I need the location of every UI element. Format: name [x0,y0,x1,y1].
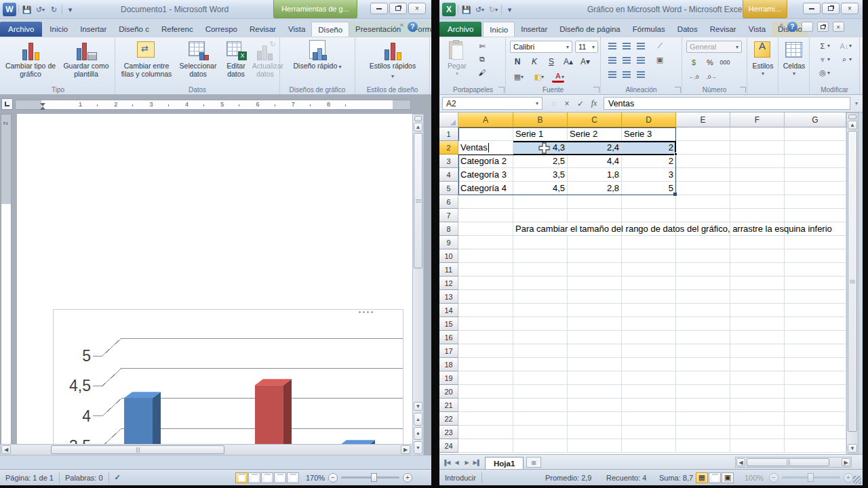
cell-F22[interactable] [730,412,785,426]
cell-G5[interactable] [785,182,846,195]
normal-view-icon[interactable]: ▦ [696,472,708,483]
workbook-minimize-icon[interactable] [802,22,813,32]
cell-A21[interactable] [458,399,513,412]
cell-C11[interactable] [568,263,622,277]
cell-B19[interactable] [513,371,568,385]
cell-A22[interactable] [458,412,513,426]
excel-vertical-scrollbar[interactable]: ▲ ▼ [846,113,859,454]
dialog-launcher-icon[interactable] [593,87,599,93]
cell-E14[interactable] [676,304,730,317]
cell-C9[interactable] [568,236,622,249]
cell-D19[interactable] [622,371,676,385]
v-scroll-thumb[interactable] [848,131,857,432]
cell-B4[interactable]: 3,5 [513,168,568,182]
cell-E12[interactable] [676,277,730,290]
hanging-indent-marker[interactable] [40,106,45,110]
tab-inicio[interactable]: Inicio [483,22,515,37]
cell-E9[interactable] [676,236,730,249]
cell-G21[interactable] [785,399,846,412]
help-icon[interactable]: ? [787,22,797,32]
cell-C2[interactable]: 2,4 [568,141,622,155]
cell-C3[interactable]: 4,4 [568,155,622,168]
decrease-indent-icon[interactable] [606,68,618,80]
previous-page-icon[interactable]: ▲ [414,413,422,426]
cell-G10[interactable] [785,249,846,263]
cell-F2[interactable] [730,141,785,155]
cell-G14[interactable] [785,304,846,317]
sheet-tab-hoja1[interactable]: Hoja1 [485,457,524,470]
restore-button[interactable] [822,3,840,14]
cell-A2[interactable]: Ventas [458,141,513,155]
cell-E24[interactable] [676,439,730,453]
cell-E4[interactable] [676,168,730,182]
cell-B21[interactable] [513,399,568,412]
row-header-16[interactable]: 16 [439,331,458,344]
font-size-select[interactable]: 11▾ [575,41,598,53]
cell-D1[interactable]: Serie 3 [622,127,676,141]
cell-F23[interactable] [730,426,785,439]
scroll-down-icon[interactable]: ▼ [414,402,422,411]
cell-E23[interactable] [676,426,730,439]
tab-referenc[interactable]: Referenc [155,22,199,37]
next-sheet-icon[interactable]: ▶ [462,458,472,468]
dialog-launcher-icon[interactable] [675,87,681,93]
page-layout-view-icon[interactable] [709,472,721,483]
tab-diseno-de-pagina[interactable]: Diseño de página [553,22,627,37]
cell-E22[interactable] [676,412,730,426]
minimize-button[interactable] [803,3,821,14]
grow-font-button[interactable]: A▴ [562,56,574,67]
cell-G19[interactable] [785,371,846,385]
zoom-slider-thumb[interactable] [371,473,377,482]
undo-icon[interactable]: ↺▾ [35,4,46,16]
cut-icon[interactable]: ✄ [476,41,488,52]
cell-A12[interactable] [458,277,513,290]
tab-diseno[interactable]: Diseño [311,22,349,37]
workbook-restore-icon[interactable] [817,22,829,32]
cell-D6[interactable] [622,195,676,209]
estilos-rapidos-button[interactable]: Estilos rápidos ▾ [368,39,418,81]
chart-frame-handle[interactable] [359,311,373,313]
row-header-17[interactable]: 17 [439,344,458,358]
cell-C7[interactable] [568,209,622,222]
cell-D2[interactable]: 2 [622,141,676,155]
cell-D24[interactable] [622,439,676,453]
cell-A18[interactable] [458,358,513,371]
cell-A10[interactable] [458,249,513,263]
word-zoom-level[interactable]: 170% [300,474,330,482]
cell-F20[interactable] [730,385,785,399]
dialog-launcher-icon[interactable] [740,87,746,93]
cell-B23[interactable] [513,426,568,439]
cell-C12[interactable] [568,277,622,290]
cell-C14[interactable] [568,304,622,317]
column-header-F[interactable]: F [730,113,785,127]
row-header-5[interactable]: 5 [439,182,458,195]
cell-E17[interactable] [676,344,730,358]
undo-icon[interactable]: ↺▾ [474,4,486,16]
h-scroll-thumb[interactable] [51,445,224,454]
row-header-3[interactable]: 3 [439,155,458,168]
cell-B11[interactable] [513,263,568,277]
shrink-font-button[interactable]: A▾ [579,56,591,67]
cell-D13[interactable] [622,290,676,304]
cell-D12[interactable] [622,277,676,290]
italic-button[interactable]: K [528,56,540,67]
cell-F24[interactable] [730,439,785,453]
align-top-icon[interactable] [606,40,618,52]
cell-A19[interactable] [458,371,513,385]
excel-logo-icon[interactable]: X [442,3,456,16]
close-button[interactable]: × [408,3,426,14]
minimize-ribbon-icon[interactable]: ^ [400,23,403,30]
cell-F21[interactable] [730,399,785,412]
cell-D21[interactable] [622,399,676,412]
cell-C1[interactable]: Serie 2 [568,127,622,141]
row-header-12[interactable]: 12 [439,277,458,290]
cell-B2[interactable]: 4,3 [513,141,568,155]
row-header-14[interactable]: 14 [439,304,458,317]
cell-E6[interactable] [676,195,730,209]
cell-A11[interactable] [458,263,513,277]
cell-D17[interactable] [622,344,676,358]
align-middle-icon[interactable] [620,40,633,52]
tab-datos[interactable]: Datos [671,22,704,37]
tab-archivo[interactable]: Archivo [439,22,481,37]
bold-button[interactable]: N [511,56,524,67]
